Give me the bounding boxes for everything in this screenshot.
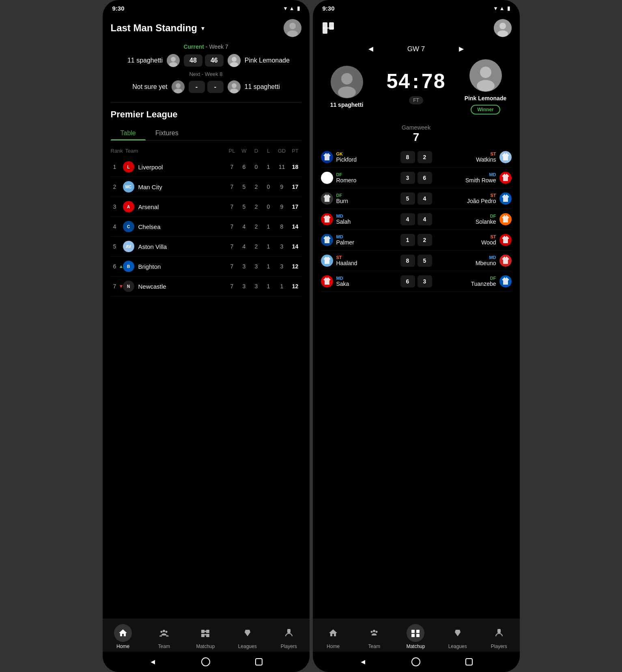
tab-table[interactable]: Table xyxy=(111,126,146,140)
recent-btn-right[interactable] xyxy=(465,658,473,666)
team-name: Man City xyxy=(138,184,226,190)
gameweek-center: Gameweek 7 xyxy=(313,121,520,147)
col-d-val: 2 xyxy=(250,184,263,190)
user-avatar-right[interactable] xyxy=(494,19,512,37)
score-player1-name: 11 spaghetti xyxy=(330,102,364,108)
status-bar-left: 9:30 ▾ ▲ ▮ xyxy=(103,0,310,15)
current-player2-name: Pink Lemonade xyxy=(245,57,290,64)
nav-matchup-right[interactable]: Matchup xyxy=(406,624,425,649)
current-score1: 48 xyxy=(184,54,202,67)
col-pt-val: 14 xyxy=(289,223,301,230)
player-info-right: MD Mbeuno xyxy=(476,255,496,266)
nav-home-label-right: Home xyxy=(327,644,340,649)
kit-left xyxy=(321,151,333,163)
score-pair: 4 4 xyxy=(400,213,432,225)
score-pair: 8 5 xyxy=(400,255,432,267)
nav-home-right[interactable]: Home xyxy=(324,624,342,649)
table-row: 6 ▲ B Brighton 7 3 3 1 3 12 xyxy=(111,257,301,277)
current-player2-avatar xyxy=(228,54,241,67)
matchup-left-player: MD Palmer xyxy=(321,234,400,246)
rank-num: 2 xyxy=(111,184,119,190)
nav-leagues-right[interactable]: Leagues xyxy=(448,624,467,649)
nav-players-left[interactable]: Players xyxy=(280,624,298,649)
matchup-left-player: ST Haaland xyxy=(321,255,400,267)
score-box-left: 3 xyxy=(400,172,415,184)
pos-label-right: ST xyxy=(490,234,496,239)
header-title-left: Last Man Standing ▾ xyxy=(111,22,204,34)
matchup-player-row: MD Salah 4 4 DF Solanke xyxy=(321,209,512,230)
league-title: Premier League xyxy=(111,109,301,120)
nav-matchup-label-right: Matchup xyxy=(406,644,425,649)
dropdown-arrow[interactable]: ▾ xyxy=(201,24,204,32)
kit-right xyxy=(499,255,512,267)
nav-home-left[interactable]: Home xyxy=(114,624,132,649)
svg-rect-19 xyxy=(206,630,209,633)
gw-next-arrow[interactable]: ► xyxy=(457,44,465,54)
kit-left xyxy=(321,234,333,246)
tab-fixtures[interactable]: Fixtures xyxy=(146,126,188,140)
svg-point-32 xyxy=(341,73,353,84)
pos-label-right: ST xyxy=(490,193,496,198)
nav-team-left[interactable]: Team xyxy=(155,624,173,649)
battery-icon: ▮ xyxy=(297,5,300,11)
player-info-left: DF Romero xyxy=(336,172,357,184)
pos-label-left: GK xyxy=(336,151,357,156)
svg-point-22 xyxy=(204,631,206,632)
team-logo: MC xyxy=(123,181,134,192)
home-btn-left[interactable] xyxy=(201,657,210,666)
svg-point-15 xyxy=(163,630,165,632)
svg-point-5 xyxy=(169,62,177,67)
col-l-val: 0 xyxy=(263,184,275,190)
svg-rect-44 xyxy=(497,629,501,633)
nav-leagues-left[interactable]: Leagues xyxy=(238,624,257,649)
right-phone: 9:30 ▾ ▲ ▮ ◄ GW 7 ► xyxy=(313,0,520,672)
signal-icon-right: ▲ xyxy=(499,5,505,11)
kit-right xyxy=(499,192,512,205)
nav-players-right[interactable]: Players xyxy=(490,624,508,649)
matchup-player-row: DF Romero 3 6 MD Smith Rowe xyxy=(321,168,512,188)
kit-right xyxy=(499,172,512,184)
next-player2-avatar xyxy=(228,80,241,93)
col-gd-val: 3 xyxy=(275,263,289,270)
svg-point-29 xyxy=(499,23,506,29)
home-btn-right[interactable] xyxy=(411,657,420,666)
nav-team-right[interactable]: Team xyxy=(365,624,383,649)
score-box-left: 1 xyxy=(400,234,415,246)
col-pt-val: 12 xyxy=(289,263,301,270)
score-box-left: 6 xyxy=(400,275,415,287)
week7-label: Week 7 xyxy=(209,43,228,50)
back-btn-left[interactable]: ◄ xyxy=(149,658,157,666)
wifi-icon-right: ▾ xyxy=(494,5,497,11)
current-player1-name: 11 spaghetti xyxy=(122,57,163,64)
col-pt-val: 12 xyxy=(289,283,301,290)
pos-label-right: MD xyxy=(489,172,496,177)
table-row: 7 ▼ N Newcastle 7 3 3 1 1 12 xyxy=(111,277,301,296)
user-avatar-left[interactable] xyxy=(284,19,301,37)
svg-rect-42 xyxy=(411,634,415,637)
nav-matchup-left[interactable]: Matchup xyxy=(196,624,215,649)
league-tabs: Table Fixtures xyxy=(111,126,301,140)
team-logo: A xyxy=(123,201,134,212)
pos-label-right: MD xyxy=(489,255,496,260)
player-info-right: DF Solanke xyxy=(476,214,496,225)
pos-label-left: DF xyxy=(336,193,349,198)
gw-prev-arrow[interactable]: ◄ xyxy=(367,44,375,54)
current-label: Current xyxy=(183,43,204,50)
current-scores: 48 46 xyxy=(184,54,224,67)
col-pl-val: 7 xyxy=(226,283,238,290)
pos-label-right: DF xyxy=(490,214,496,218)
kit-left xyxy=(321,213,333,225)
svg-point-8 xyxy=(230,62,238,67)
back-btn-right[interactable]: ◄ xyxy=(359,658,367,666)
rank-dot: • xyxy=(119,223,123,230)
players-icon-left xyxy=(280,624,298,642)
pos-label-right: DF xyxy=(490,276,496,281)
score-box-left: 8 xyxy=(400,255,415,267)
recent-btn-left[interactable] xyxy=(255,658,263,666)
col-w-val: 3 xyxy=(238,263,250,270)
player-info-left: MD Salah xyxy=(336,214,351,225)
player-name-left: Burn xyxy=(336,198,349,204)
svg-rect-21 xyxy=(206,634,209,637)
rank-arrow-up: ▲ xyxy=(119,264,123,269)
big-score-section: 11 spaghetti 54 : 78 FT Pink Lemonade Wi… xyxy=(313,59,520,121)
